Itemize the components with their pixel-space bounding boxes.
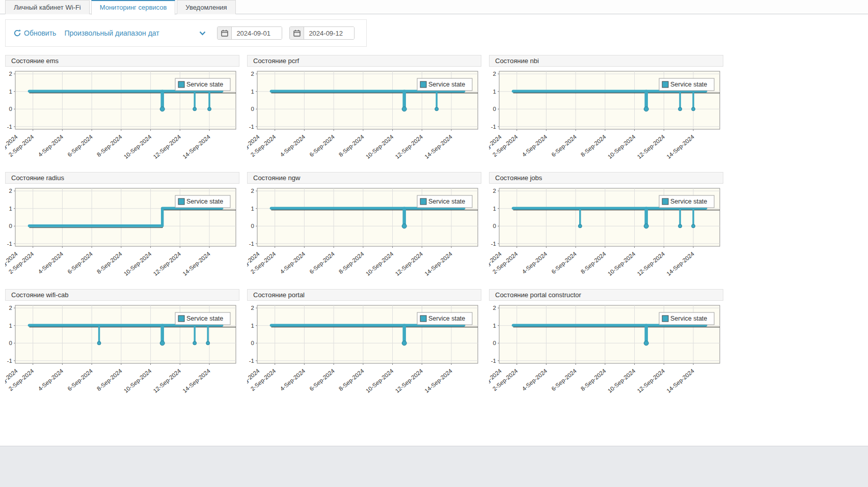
svg-text:12-Sep-2024: 12-Sep-2024 — [636, 133, 666, 160]
svg-text:4-Sep-2024: 4-Sep-2024 — [279, 133, 306, 158]
svg-text:8-Sep-2024: 8-Sep-2024 — [338, 133, 365, 158]
svg-text:-1: -1 — [491, 124, 496, 130]
svg-text:-1: -1 — [7, 358, 12, 364]
refresh-label: Обновить — [24, 29, 56, 37]
service-state-chart[interactable]: 210-131-Aug-20242-Sep-20244-Sep-20246-Se… — [489, 186, 723, 286]
svg-text:10-Sep-2024: 10-Sep-2024 — [123, 367, 153, 394]
svg-text:14-Sep-2024: 14-Sep-2024 — [423, 133, 453, 160]
chart-legend: Service state — [659, 78, 714, 91]
svg-text:10-Sep-2024: 10-Sep-2024 — [365, 133, 395, 160]
service-state-chart[interactable]: 210-131-Aug-20242-Sep-20244-Sep-20246-Se… — [247, 69, 481, 169]
svg-text:1: 1 — [493, 323, 496, 329]
svg-text:1: 1 — [9, 89, 12, 95]
svg-text:-1: -1 — [7, 241, 12, 247]
filter-toolbar: Обновить Произвольный диапазон дат — [5, 19, 367, 47]
svg-text:14-Sep-2024: 14-Sep-2024 — [665, 367, 695, 394]
tab-wifi-cabinet[interactable]: Личный кабинет Wi-Fi — [5, 0, 90, 14]
svg-text:4-Sep-2024: 4-Sep-2024 — [521, 367, 548, 392]
service-state-chart[interactable]: 210-131-Aug-20242-Sep-20244-Sep-20246-Se… — [489, 303, 723, 403]
chart-title: Состояние portal constructor — [489, 289, 723, 301]
svg-text:0: 0 — [493, 223, 496, 229]
svg-text:14-Sep-2024: 14-Sep-2024 — [423, 250, 453, 277]
service-state-chart[interactable]: 210-131-Aug-20242-Sep-20244-Sep-20246-Se… — [5, 69, 239, 169]
svg-text:0: 0 — [493, 340, 496, 346]
svg-text:0: 0 — [493, 106, 496, 112]
svg-text:1: 1 — [493, 206, 496, 212]
svg-text:6-Sep-2024: 6-Sep-2024 — [66, 250, 94, 275]
chart-panel-wifi-cab: Состояние wifi-cab210-131-Aug-20242-Sep-… — [5, 289, 239, 403]
chart-title: Состояние radius — [5, 172, 239, 184]
calendar-icon[interactable] — [218, 27, 232, 39]
svg-text:0: 0 — [9, 106, 12, 112]
svg-text:8-Sep-2024: 8-Sep-2024 — [338, 250, 365, 275]
chart-panel-nbi: Состояние nbi210-131-Aug-20242-Sep-20244… — [489, 55, 723, 169]
chevron-down-icon — [199, 31, 206, 36]
tab-notifications[interactable]: Уведомления — [177, 0, 235, 14]
chart-title: Состояние jobs — [489, 172, 723, 184]
svg-text:12-Sep-2024: 12-Sep-2024 — [152, 133, 182, 160]
chart-panel-ngw: Состояние ngw210-131-Aug-20242-Sep-20244… — [247, 172, 481, 286]
tab-service-monitoring[interactable]: Мониторинг сервисов — [91, 0, 176, 15]
svg-text:2: 2 — [493, 305, 496, 311]
svg-text:1: 1 — [251, 206, 254, 212]
chart-panel-radius: Состояние radius210-131-Aug-20242-Sep-20… — [5, 172, 239, 286]
svg-text:2: 2 — [9, 305, 12, 311]
refresh-button[interactable]: Обновить — [14, 29, 56, 37]
legend-label: Service state — [670, 81, 707, 88]
svg-text:8-Sep-2024: 8-Sep-2024 — [96, 367, 123, 392]
svg-text:0: 0 — [251, 340, 254, 346]
svg-text:-1: -1 — [249, 124, 254, 130]
date-range-label: Произвольный диапазон дат — [64, 29, 159, 37]
service-state-chart[interactable]: 210-131-Aug-20242-Sep-20244-Sep-20246-Se… — [489, 69, 723, 169]
svg-text:2: 2 — [493, 71, 496, 77]
legend-label: Service state — [428, 198, 465, 205]
date-range-select[interactable]: Произвольный диапазон дат — [64, 29, 206, 37]
svg-text:4-Sep-2024: 4-Sep-2024 — [37, 133, 64, 158]
svg-text:10-Sep-2024: 10-Sep-2024 — [607, 367, 637, 394]
chart-panel-pcrf: Состояние pcrf210-131-Aug-20242-Sep-2024… — [247, 55, 481, 169]
svg-text:10-Sep-2024: 10-Sep-2024 — [607, 133, 637, 160]
calendar-icon[interactable] — [290, 27, 304, 39]
chart-legend: Service state — [417, 195, 472, 208]
date-from-group — [217, 26, 282, 40]
svg-text:4-Sep-2024: 4-Sep-2024 — [521, 250, 548, 275]
service-state-chart[interactable]: 210-131-Aug-20242-Sep-20244-Sep-20246-Se… — [247, 186, 481, 286]
svg-text:8-Sep-2024: 8-Sep-2024 — [580, 133, 607, 158]
chart-legend: Service state — [659, 195, 714, 208]
svg-text:-1: -1 — [491, 358, 496, 364]
svg-text:2: 2 — [9, 188, 12, 194]
service-state-chart[interactable]: 210-131-Aug-20242-Sep-20244-Sep-20246-Se… — [5, 186, 239, 286]
svg-text:12-Sep-2024: 12-Sep-2024 — [152, 250, 182, 277]
svg-text:14-Sep-2024: 14-Sep-2024 — [181, 367, 211, 394]
svg-text:8-Sep-2024: 8-Sep-2024 — [580, 367, 607, 392]
chart-panel-ems: Состояние ems210-131-Aug-20242-Sep-20244… — [5, 55, 239, 169]
svg-text:14-Sep-2024: 14-Sep-2024 — [181, 133, 211, 160]
svg-text:4-Sep-2024: 4-Sep-2024 — [37, 367, 64, 392]
svg-text:4-Sep-2024: 4-Sep-2024 — [521, 133, 548, 158]
service-state-chart[interactable]: 210-131-Aug-20242-Sep-20244-Sep-20246-Se… — [5, 303, 239, 403]
svg-text:14-Sep-2024: 14-Sep-2024 — [181, 250, 211, 277]
svg-text:12-Sep-2024: 12-Sep-2024 — [394, 250, 424, 277]
svg-text:10-Sep-2024: 10-Sep-2024 — [123, 250, 153, 277]
svg-text:8-Sep-2024: 8-Sep-2024 — [338, 367, 365, 392]
svg-text:0: 0 — [9, 223, 12, 229]
svg-text:1: 1 — [251, 323, 254, 329]
svg-text:12-Sep-2024: 12-Sep-2024 — [636, 250, 666, 277]
svg-text:6-Sep-2024: 6-Sep-2024 — [308, 133, 336, 158]
svg-text:10-Sep-2024: 10-Sep-2024 — [365, 250, 395, 277]
svg-text:6-Sep-2024: 6-Sep-2024 — [308, 367, 336, 392]
chart-title: Состояние wifi-cab — [5, 289, 239, 301]
legend-label: Service state — [428, 81, 465, 88]
date-from-input[interactable] — [232, 27, 282, 39]
charts-grid: Состояние ems210-131-Aug-20242-Sep-20244… — [0, 55, 868, 403]
chart-panel-portal-constructor: Состояние portal constructor210-131-Aug-… — [489, 289, 723, 403]
chart-legend: Service state — [659, 312, 714, 325]
svg-text:6-Sep-2024: 6-Sep-2024 — [550, 367, 578, 392]
service-state-chart[interactable]: 210-131-Aug-20242-Sep-20244-Sep-20246-Se… — [247, 303, 481, 403]
chart-title: Состояние pcrf — [247, 55, 481, 67]
svg-text:6-Sep-2024: 6-Sep-2024 — [550, 133, 578, 158]
date-to-input[interactable] — [304, 27, 354, 39]
svg-text:-1: -1 — [249, 241, 254, 247]
svg-text:4-Sep-2024: 4-Sep-2024 — [279, 367, 306, 392]
svg-text:2: 2 — [493, 188, 496, 194]
